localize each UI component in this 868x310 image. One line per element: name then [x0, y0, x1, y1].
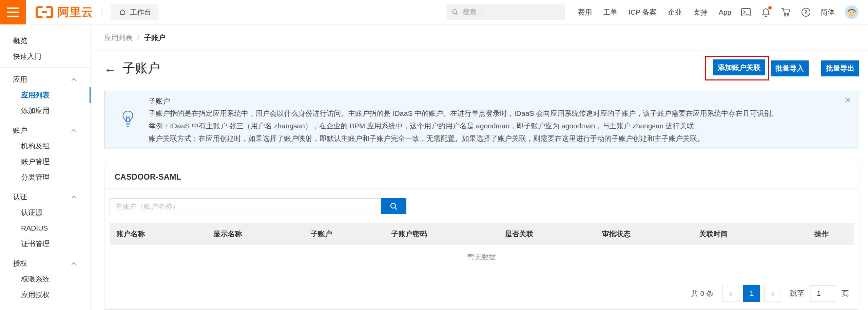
pagination: 共 0 条 ‹ 1 › 跳至 页: [691, 285, 849, 302]
nav-item-icp[interactable]: ICP 备案: [629, 7, 656, 17]
chevron-up-icon: [71, 78, 76, 81]
info-banner-line: 子账户指的是在指定应用系统中，用户会以什么身份进行访问。主账户指的是 IDaaS…: [149, 107, 835, 120]
column-header-account-name: 账户名称: [110, 223, 207, 245]
sidebar-item-account-mgmt[interactable]: 账户管理: [0, 154, 91, 169]
breadcrumb: 应用列表 / 子账户: [91, 25, 868, 51]
header-divider: [102, 7, 102, 17]
table-header-row: 账户名称 显示名称 子账户 子账户密码 是否关联 审批状态 关联时间 操作: [110, 223, 854, 245]
page-suffix-label: 页: [842, 289, 849, 298]
lightbulb-icon: [121, 110, 135, 130]
sidebar-item-cert-mgmt[interactable]: 证书管理: [0, 236, 91, 252]
header-search-box: [447, 4, 565, 20]
jump-to-label: 跳至: [790, 289, 804, 298]
current-page-button[interactable]: 1: [743, 285, 760, 302]
nav-item-tickets[interactable]: 工单: [603, 7, 617, 17]
notification-bell-icon[interactable]: [761, 7, 771, 17]
nav-item-support[interactable]: 支持: [693, 7, 708, 17]
sidebar-group-label: 应用: [13, 75, 27, 84]
sub-accounts-table: 账户名称 显示名称 子账户 子账户密码 是否关联 审批状态 关联时间 操作 暂无: [110, 223, 854, 269]
top-header: 阿里云 工作台 费用 工单 ICP 备案 企业 支持 App: [0, 0, 868, 24]
nav-item-enterprise[interactable]: 企业: [668, 7, 682, 17]
application-card: CASDOOR-SAML 账户名称 显示名称 子账户 子账户密码: [104, 165, 859, 310]
search-button[interactable]: [381, 198, 406, 214]
workbench-label: 工作台: [130, 7, 151, 17]
empty-state-text: 暂无数据: [110, 245, 854, 269]
sidebar-item-quickstart[interactable]: 快速入门: [0, 49, 91, 64]
empty-state-row: 暂无数据: [110, 245, 854, 269]
sidebar-item-app-list[interactable]: 应用列表: [0, 87, 91, 103]
annotation-highlight-box: 添加账户关联: [705, 56, 769, 80]
user-avatar[interactable]: [845, 5, 859, 19]
sidebar-divider: [0, 67, 91, 68]
column-header-association-time: 关联时间: [692, 223, 789, 245]
sidebar-item-category-mgmt[interactable]: 分类管理: [0, 169, 91, 185]
page-title: 子账户: [122, 60, 160, 77]
chevron-up-icon: [71, 262, 76, 265]
card-body: 账户名称 显示名称 子账户 子账户密码 是否关联 审批状态 关联时间 操作 暂无: [104, 189, 859, 269]
home-icon: [119, 8, 126, 16]
language-selector[interactable]: 简体: [821, 7, 835, 17]
aliyun-logo[interactable]: 阿里云: [35, 4, 93, 20]
column-header-display-name: 显示名称: [207, 223, 304, 245]
sidebar-item-add-app[interactable]: 添加应用: [0, 103, 91, 118]
nav-item-billing[interactable]: 费用: [578, 7, 592, 17]
sidebar-group-account[interactable]: 账户: [0, 123, 91, 138]
help-icon[interactable]: ?: [801, 7, 811, 17]
primary-account-search-input[interactable]: [110, 198, 381, 214]
shopping-cart-icon[interactable]: [781, 7, 791, 17]
aliyun-logo-mark-icon: [35, 6, 54, 19]
chevron-up-icon: [71, 196, 76, 199]
breadcrumb-separator: /: [137, 34, 139, 42]
column-header-is-associated: 是否关联: [498, 223, 595, 245]
sidebar-group-label: 账户: [13, 126, 27, 135]
application-name: CASDOOR-SAML: [115, 172, 181, 182]
header-search-input[interactable]: [463, 8, 560, 16]
info-banner-line: 举例：IDaaS 中有主账户 张三（用户名 zhangsan），在企业的 BPM…: [149, 120, 835, 132]
sidebar-item-overview[interactable]: 概览: [0, 33, 91, 49]
toolbar: 添加账户关联 批量导入 批量导出: [705, 56, 859, 80]
column-header-sub-account-password: 子账户密码: [385, 223, 498, 245]
sidebar-group-application[interactable]: 应用: [0, 72, 91, 87]
sidebar-item-radius[interactable]: RADIUS: [0, 220, 91, 236]
page-root: 阿里云 工作台 费用 工单 ICP 备案 企业 支持 App: [0, 0, 868, 310]
add-account-association-button[interactable]: 添加账户关联: [713, 59, 765, 75]
main-content: 应用列表 / 子账户 ← 子账户 添加账户关联 批量导入 批量导出: [91, 25, 868, 310]
search-icon: [451, 8, 459, 16]
sidebar-item-auth-source[interactable]: 认证源: [0, 205, 91, 220]
next-page-button[interactable]: ›: [764, 285, 781, 302]
header-nav: 费用 工单 ICP 备案 企业 支持 App: [578, 7, 731, 17]
sidebar-item-app-authorization[interactable]: 应用授权: [0, 287, 91, 303]
pagination-total: 共 0 条: [691, 289, 713, 298]
sidebar-group-label: 授权: [13, 259, 27, 268]
sidebar-group-authentication[interactable]: 认证: [0, 189, 91, 205]
previous-page-button[interactable]: ‹: [722, 285, 739, 302]
hamburger-menu-button[interactable]: [0, 0, 26, 24]
account-search-row: [110, 198, 854, 214]
back-arrow-button[interactable]: ←: [104, 62, 116, 74]
column-header-sub-account: 子账户: [304, 223, 385, 245]
aliyun-logo-text: 阿里云: [58, 4, 93, 20]
hamburger-icon: [7, 7, 19, 9]
info-banner-title: 子账户: [149, 95, 835, 107]
info-banner: 子账户 子账户指的是在指定应用系统中，用户会以什么身份进行访问。主账户指的是 I…: [104, 91, 859, 149]
sidebar-group-authorization[interactable]: 授权: [0, 256, 91, 271]
chevron-up-icon: [71, 129, 76, 132]
workbench-button[interactable]: 工作台: [111, 4, 159, 20]
column-header-actions: 操作: [790, 223, 854, 245]
jump-to-page-input[interactable]: [810, 285, 836, 302]
close-icon[interactable]: ×: [845, 95, 851, 105]
batch-import-button[interactable]: 批量导入: [771, 60, 809, 76]
notification-dot: [768, 6, 772, 10]
breadcrumb-parent[interactable]: 应用列表: [104, 33, 133, 42]
page-title-row: ← 子账户 添加账户关联 批量导入 批量导出: [91, 51, 868, 80]
nav-item-app[interactable]: App: [719, 8, 731, 16]
batch-export-button[interactable]: 批量导出: [821, 60, 859, 76]
column-header-approval-status: 审批状态: [595, 223, 692, 245]
sidebar-item-org-groups[interactable]: 机构及组: [0, 138, 91, 154]
sidebar-item-permission-system[interactable]: 权限系统: [0, 271, 91, 287]
breadcrumb-current: 子账户: [144, 33, 166, 42]
console-terminal-icon[interactable]: [741, 7, 751, 17]
hamburger-icon: [7, 12, 19, 13]
card-header: CASDOOR-SAML: [104, 165, 859, 189]
sidebar: 概览 快速入门 应用 应用列表 添加应用 账户 机构及组 账户管理 分类管理 认…: [0, 25, 91, 310]
